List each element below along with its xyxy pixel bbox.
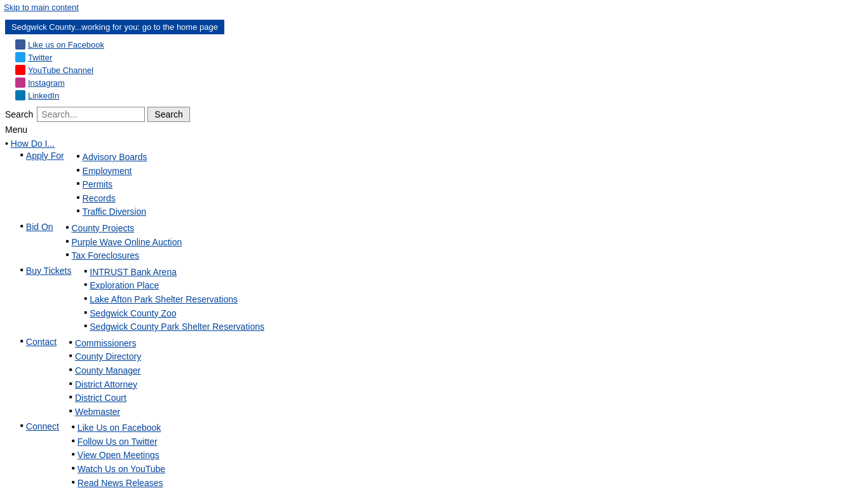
social-label: Twitter — [28, 53, 52, 62]
skip-to-main-content-link[interactable]: Skip to main content — [0, 0, 868, 15]
nav-link[interactable]: Buy Tickets — [26, 265, 72, 278]
nav-item: County Directory — [69, 351, 141, 363]
social-item-instagram-icon: Instagram — [15, 78, 868, 88]
nav-link[interactable]: Commissioners — [75, 337, 136, 350]
main-nav: • How Do I...Apply ForAdvisory BoardsEmp… — [5, 139, 868, 488]
social-label: Instagram — [28, 78, 65, 88]
social-link-facebook-icon[interactable]: Like us on Facebook — [15, 39, 104, 50]
bullet: • — [5, 139, 11, 149]
nav-link[interactable]: Watch Us on YouTube — [78, 463, 165, 476]
nav-item: Commissioners — [69, 337, 141, 350]
youtube-icon — [15, 65, 25, 75]
nav-link[interactable]: Webmaster — [75, 406, 120, 419]
home-link[interactable]: Sedgwick County...working for you: go to… — [5, 20, 224, 34]
nav-link[interactable]: Exploration Place — [90, 280, 159, 292]
social-link-youtube-icon[interactable]: YouTube Channel — [15, 65, 93, 75]
nav-link[interactable]: Tax Foreclosures — [72, 250, 140, 262]
search-bar: Search Search — [5, 107, 868, 122]
nav-link[interactable]: Advisory Boards — [83, 151, 147, 164]
social-label: Like us on Facebook — [28, 40, 104, 50]
nav-item: Sedgwick County Park Shelter Reservation… — [84, 321, 264, 334]
nav-top-link[interactable]: How Do I... — [11, 139, 55, 149]
nav-link[interactable]: Employment — [83, 165, 132, 178]
nav-item: Bid OnCounty ProjectsPurple Wave Online … — [20, 221, 868, 264]
social-bar: Like us on FacebookTwitterYouTube Channe… — [15, 38, 868, 102]
nav-link[interactable]: Contact — [26, 336, 57, 349]
nav-item: District Attorney — [69, 379, 141, 391]
linkedin-icon — [15, 90, 25, 100]
nav-link[interactable]: County Projects — [72, 222, 135, 235]
social-link-linkedin-icon[interactable]: LinkedIn — [15, 90, 59, 100]
nav-item: Sedgwick County Zoo — [84, 308, 264, 320]
nav-item: Purple Wave Online Auction — [66, 236, 182, 249]
nav-root-list: • How Do I...Apply ForAdvisory BoardsEmp… — [5, 139, 868, 488]
nav-link[interactable]: Read News Releases — [78, 477, 163, 488]
social-item-facebook-icon: Like us on Facebook — [15, 39, 868, 50]
social-item-youtube-icon: YouTube Channel — [15, 65, 868, 75]
nav-item: Follow Us on Twitter — [72, 436, 245, 449]
instagram-icon — [15, 78, 25, 88]
twitter-icon — [15, 52, 25, 62]
nav-item: Apply ForAdvisory BoardsEmploymentPermit… — [20, 150, 868, 220]
search-input[interactable] — [37, 107, 145, 122]
social-item-twitter-icon: Twitter — [15, 52, 868, 62]
nav-item: Tax Foreclosures — [66, 250, 182, 262]
nav-link[interactable]: Connect — [26, 421, 59, 433]
nav-link[interactable]: Traffic Diversion — [83, 206, 146, 219]
nav-link[interactable]: Sedgwick County Zoo — [90, 308, 176, 320]
search-label: Search — [5, 109, 33, 119]
nav-item: County Manager — [69, 365, 141, 377]
menu-label: Menu — [5, 125, 868, 135]
nav-link[interactable]: Records — [83, 193, 116, 205]
facebook-icon — [15, 39, 25, 50]
social-label: LinkedIn — [28, 91, 59, 100]
nav-link[interactable]: Sedgwick County Park Shelter Reservation… — [90, 321, 264, 334]
nav-link[interactable]: County Directory — [75, 351, 141, 363]
nav-link[interactable]: County Manager — [75, 365, 141, 377]
social-link-twitter-icon[interactable]: Twitter — [15, 52, 52, 62]
nav-item: ContactCommissionersCounty DirectoryCoun… — [20, 336, 868, 420]
nav-item: Watch Us on YouTube — [72, 463, 245, 476]
nav-item: Lake Afton Park Shelter Reservations — [84, 294, 264, 306]
nav-item: County Projects — [66, 222, 182, 235]
nav-item: Permits — [77, 179, 147, 191]
nav-link[interactable]: Bid On — [26, 221, 53, 234]
nav-link[interactable]: View Open Meetings — [78, 449, 159, 462]
nav-link[interactable]: INTRUST Bank Arena — [90, 266, 177, 279]
nav-link[interactable]: District Court — [75, 392, 126, 405]
nav-item: Read News Releases — [72, 477, 245, 488]
nav-link[interactable]: Like Us on Facebook — [78, 422, 161, 435]
nav-link[interactable]: Lake Afton Park Shelter Reservations — [90, 294, 238, 306]
nav-item: View Open Meetings — [72, 449, 245, 462]
nav-item: INTRUST Bank Arena — [84, 266, 264, 279]
social-link-instagram-icon[interactable]: Instagram — [15, 78, 65, 88]
site-logo: Sedgwick County...working for you: go to… — [5, 20, 868, 34]
nav-link[interactable]: Permits — [83, 179, 112, 191]
nav-link[interactable]: Purple Wave Online Auction — [72, 236, 182, 249]
nav-item: ConnectLike Us on FacebookFollow Us on T… — [20, 421, 868, 488]
nav-item: Webmaster — [69, 406, 141, 419]
search-button[interactable]: Search — [147, 107, 189, 122]
social-label: YouTube Channel — [28, 65, 93, 75]
nav-item: Buy TicketsINTRUST Bank ArenaExploration… — [20, 265, 868, 335]
nav-item: Traffic Diversion — [77, 206, 147, 219]
logo-image: Sedgwick County...working for you: go to… — [5, 20, 224, 34]
nav-link[interactable]: Follow Us on Twitter — [78, 436, 158, 449]
nav-item: District Court — [69, 392, 141, 405]
nav-item: Like Us on Facebook — [72, 422, 245, 435]
nav-top-item: • How Do I...Apply ForAdvisory BoardsEmp… — [5, 139, 868, 488]
nav-item: Employment — [77, 165, 147, 178]
nav-item: Records — [77, 193, 147, 205]
nav-item: Exploration Place — [84, 280, 264, 292]
social-item-linkedin-icon: LinkedIn — [15, 90, 868, 100]
nav-link[interactable]: Apply For — [26, 150, 64, 163]
nav-item: Advisory Boards — [77, 151, 147, 164]
nav-link[interactable]: District Attorney — [75, 379, 137, 391]
